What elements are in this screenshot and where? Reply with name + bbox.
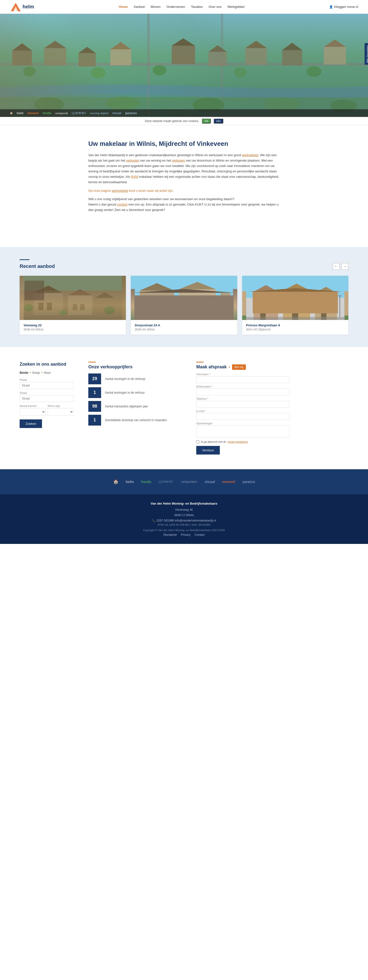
favorites-button[interactable]: Mijn favorieten bbox=[365, 43, 368, 65]
next-arrow[interactable]: → bbox=[341, 263, 348, 270]
cookie-info-button[interactable]: Info bbox=[214, 119, 223, 124]
property-street-3: Prinses Margrietlaan 6 bbox=[246, 323, 344, 327]
property-street-2: Dorpsstraat 24 A bbox=[135, 323, 233, 327]
svg-rect-62 bbox=[200, 299, 205, 307]
property-info-1: Veenweg 22 3648 HA Wilnis bbox=[20, 320, 126, 335]
property-city-3: 3641 HO Mijdrecht bbox=[246, 328, 344, 331]
footer-email: info@vanderhelmmakelaardij.nl bbox=[174, 519, 216, 522]
tab-huur[interactable]: Huur bbox=[44, 371, 51, 374]
svg-rect-79 bbox=[288, 302, 293, 308]
woonopp-select[interactable]: 50 m² 75 m² 100 m² 150 m² bbox=[48, 408, 74, 415]
verstuur-button[interactable]: Verstuur bbox=[196, 446, 220, 455]
svg-rect-5 bbox=[221, 14, 223, 117]
footer-bottom: Van der Helm Woning- en Bedrijfsmakelaar… bbox=[0, 494, 368, 544]
main-three-cols: Zoeken in ons aanbod Beide • Koop • Huur… bbox=[0, 347, 368, 469]
verkopen-link1[interactable]: verkopen bbox=[126, 159, 139, 162]
stat-label-2: Aantal woningen in de verhuur bbox=[105, 391, 145, 395]
cookie-ok-button[interactable]: OK bbox=[202, 119, 211, 124]
svg-rect-8 bbox=[44, 48, 66, 65]
telefoon-input[interactable] bbox=[196, 401, 289, 407]
nav-over-ons[interactable]: Over ons bbox=[209, 5, 222, 9]
opmerkingen-textarea[interactable] bbox=[196, 425, 289, 438]
footer-partner-movenl: movenl bbox=[222, 480, 235, 484]
footer-privacy-link[interactable]: Privacy bbox=[181, 533, 190, 536]
email-input[interactable] bbox=[196, 413, 289, 420]
property-card-3[interactable]: Prinses Margrietlaan 6 3641 HO Mijdrecht bbox=[242, 276, 348, 335]
svg-point-26 bbox=[152, 65, 167, 75]
svg-rect-86 bbox=[246, 317, 344, 320]
werkgebied-link[interactable]: werkgebied bbox=[242, 153, 259, 157]
footer-contact-link[interactable]: Contact bbox=[195, 533, 205, 536]
svg-rect-58 bbox=[155, 300, 161, 309]
footer-contact: 📞 0297-591996 info@vanderhelmmakelaardij… bbox=[20, 519, 348, 522]
achternaam-field: Achternaam * bbox=[196, 385, 289, 395]
footer-address: Herenweg 46 3648 CJ Wilnis bbox=[20, 508, 348, 518]
bel-mij-button[interactable]: Bel mij bbox=[232, 364, 246, 370]
straat-input[interactable] bbox=[20, 395, 74, 402]
nvm-link[interactable]: NVM bbox=[131, 175, 138, 178]
woonopp-label: Woon.opp. bbox=[48, 404, 74, 407]
nav-ondernemen[interactable]: Ondernemen bbox=[167, 5, 185, 9]
footer-disclaimer-link[interactable]: Disclaimer bbox=[163, 533, 177, 536]
footer-partner-visual: visual bbox=[205, 480, 215, 484]
nav-wonen[interactable]: Wonen bbox=[151, 5, 161, 9]
recent-aanbod-section: Recent aanbod ← → bbox=[0, 247, 368, 347]
svg-rect-44 bbox=[47, 303, 52, 310]
prop-svg-3 bbox=[242, 276, 348, 320]
nav-aanbod[interactable]: Aanbod bbox=[134, 5, 145, 9]
plaats-input[interactable] bbox=[20, 382, 74, 389]
partner-logo-helm: helm bbox=[17, 111, 24, 115]
cookie-text: Deze website maakt gebruik van cookies. bbox=[145, 119, 199, 123]
intro-paragraph-3: Wilt u ons rustig vrijblijvend van gedac… bbox=[88, 196, 280, 213]
partner-logo-visual: visual bbox=[113, 111, 121, 115]
voornaam-input[interactable] bbox=[196, 376, 289, 383]
telefoon-field: Telefoon * bbox=[196, 397, 289, 407]
property-card-2[interactable]: Dorpsstraat 24 A 3648 AH Wilnis bbox=[131, 276, 237, 335]
partner-logo-moving: moving digital bbox=[90, 112, 108, 115]
tab-beide[interactable]: Beide bbox=[20, 371, 28, 374]
svg-rect-35 bbox=[24, 276, 122, 320]
svg-rect-78 bbox=[266, 303, 270, 310]
nav-taxaties[interactable]: Taxaties bbox=[191, 5, 203, 9]
afspraak-header: Maak afspraak • Bel mij bbox=[196, 364, 289, 370]
kamers-woonopp-row: Aantal kamers 1 2 3 4 5+ Woon.opp. bbox=[20, 402, 74, 415]
intro-section: Uw makelaar in Wilnis, Mijdrecht of Vink… bbox=[74, 140, 294, 213]
footer-partner-funda: funda bbox=[141, 480, 151, 484]
search-button[interactable]: Zoeken bbox=[20, 419, 42, 428]
partner-logo-funda: funda bbox=[43, 111, 51, 115]
search-col-title: Zoeken in ons aanbod bbox=[20, 362, 74, 367]
nav-werkgebied[interactable]: Werkgebied bbox=[227, 5, 244, 9]
login-link[interactable]: Inloggen move.nl bbox=[329, 5, 358, 9]
woonopp-field: Woon.opp. 50 m² 75 m² 100 m² 150 m² bbox=[48, 402, 74, 415]
svg-rect-22 bbox=[324, 47, 346, 65]
privacy-link[interactable]: privacyverklaring bbox=[228, 440, 248, 443]
werkgebied-link-2[interactable]: werkgebied bbox=[112, 189, 128, 192]
stat-label-4: Gemiddelde doorloop van verkocht in maan… bbox=[105, 418, 167, 422]
partner-logo-vastgoed: vastgoed| bbox=[55, 112, 68, 115]
property-city-2: 3648 AH Wilnis bbox=[135, 328, 233, 331]
property-info-2: Dorpsstraat 24 A 3648 AH Wilnis bbox=[131, 320, 237, 335]
logo[interactable]: helm bbox=[10, 2, 34, 12]
achternaam-input[interactable] bbox=[196, 388, 289, 395]
svg-marker-23 bbox=[324, 40, 346, 47]
verkopen-link2[interactable]: verkopen bbox=[172, 159, 185, 162]
privacy-checkbox[interactable] bbox=[196, 440, 200, 444]
privacy-text: Ik ga akkoord met de bbox=[201, 440, 226, 443]
nav-home[interactable]: Home bbox=[119, 5, 128, 9]
afspraak-dot: • bbox=[228, 365, 230, 369]
hero-partners-bar: 🏠 helm movenl funda vastgoed| |||NWWI mo… bbox=[0, 109, 368, 117]
kamers-select[interactable]: 1 2 3 4 5+ bbox=[20, 408, 46, 415]
tab-koop[interactable]: Koop bbox=[32, 371, 40, 374]
svg-rect-59 bbox=[164, 300, 169, 309]
prev-arrow[interactable]: ← bbox=[333, 263, 339, 270]
footer-partner-icon: 🏠 bbox=[113, 479, 119, 484]
property-card-1[interactable]: Veenweg 22 3648 HA Wilnis bbox=[20, 276, 126, 335]
stat-row-3: 98 Aantal transacties afgelopen jaar bbox=[88, 401, 182, 412]
partner-logo-icon1: 🏠 bbox=[10, 112, 13, 115]
svg-point-49 bbox=[59, 310, 67, 315]
svg-rect-18 bbox=[245, 48, 267, 65]
contact-link[interactable]: contact bbox=[117, 202, 128, 206]
partner-logo-nwwi: |||NWWI bbox=[71, 111, 86, 115]
svg-point-33 bbox=[265, 97, 300, 111]
email-field: E-mail * bbox=[196, 410, 289, 420]
